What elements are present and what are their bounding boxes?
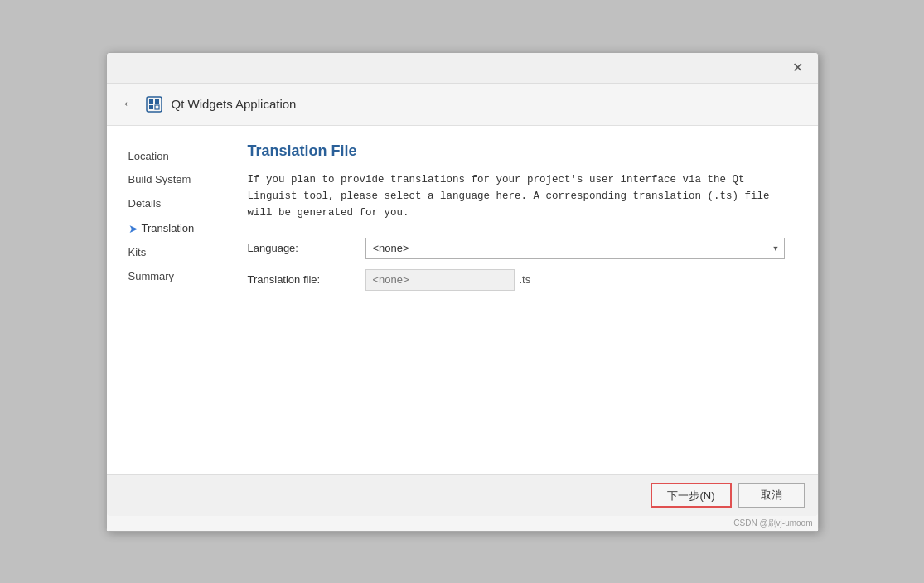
svg-rect-1 <box>149 99 153 104</box>
content-area: Location Build System Details ➤ Translat… <box>107 126 818 474</box>
description-text: If you plan to provide translations for … <box>248 171 785 221</box>
svg-rect-4 <box>155 105 159 109</box>
sidebar-item-kits[interactable]: Kits <box>123 242 231 264</box>
sidebar-item-translation[interactable]: ➤ Translation <box>123 217 231 240</box>
cancel-button[interactable]: 取消 <box>738 483 805 508</box>
main-window: ✕ ← Qt Widgets Application Location Buil… <box>106 52 819 532</box>
header-title: Qt Widgets Application <box>172 97 297 111</box>
language-select[interactable]: <none> <box>365 238 785 259</box>
main-panel: Translation File If you plan to provide … <box>231 142 801 457</box>
translation-file-label: Translation file: <box>248 273 356 286</box>
language-select-wrapper: <none> <box>365 238 785 259</box>
language-control: <none> <box>365 238 785 259</box>
sidebar-label-build-system: Build System <box>128 171 191 189</box>
close-button[interactable]: ✕ <box>787 60 808 76</box>
translation-file-control: .ts <box>365 269 785 291</box>
footer: 下一步(N) 取消 <box>107 474 818 516</box>
sidebar-label-summary: Summary <box>128 268 175 286</box>
next-button[interactable]: 下一步(N) <box>651 483 731 508</box>
sidebar-item-summary[interactable]: Summary <box>123 266 231 288</box>
sidebar-item-details[interactable]: Details <box>123 193 231 215</box>
sidebar-label-kits: Kits <box>128 244 147 262</box>
ts-suffix: .ts <box>520 273 531 286</box>
sidebar: Location Build System Details ➤ Translat… <box>123 142 231 457</box>
header-bar: ← Qt Widgets Application <box>107 84 818 126</box>
sidebar-label-location: Location <box>128 148 169 166</box>
title-bar: ✕ <box>107 53 818 84</box>
svg-rect-3 <box>149 105 153 109</box>
sidebar-label-details: Details <box>128 195 162 213</box>
back-button[interactable]: ← <box>122 95 137 113</box>
language-row: Language: <none> <box>248 238 785 259</box>
language-label: Language: <box>248 242 356 254</box>
sidebar-label-translation: Translation <box>142 220 195 238</box>
sidebar-item-build-system[interactable]: Build System <box>123 169 231 191</box>
translation-file-row: Translation file: .ts <box>248 269 785 291</box>
watermark: CSDN @刷vj-umoom <box>107 516 818 531</box>
svg-rect-2 <box>155 99 159 104</box>
translation-file-input[interactable] <box>365 269 515 291</box>
sidebar-item-location[interactable]: Location <box>123 146 231 168</box>
page-title: Translation File <box>248 142 785 160</box>
sidebar-arrow-icon: ➤ <box>128 219 138 238</box>
app-icon <box>145 95 163 113</box>
